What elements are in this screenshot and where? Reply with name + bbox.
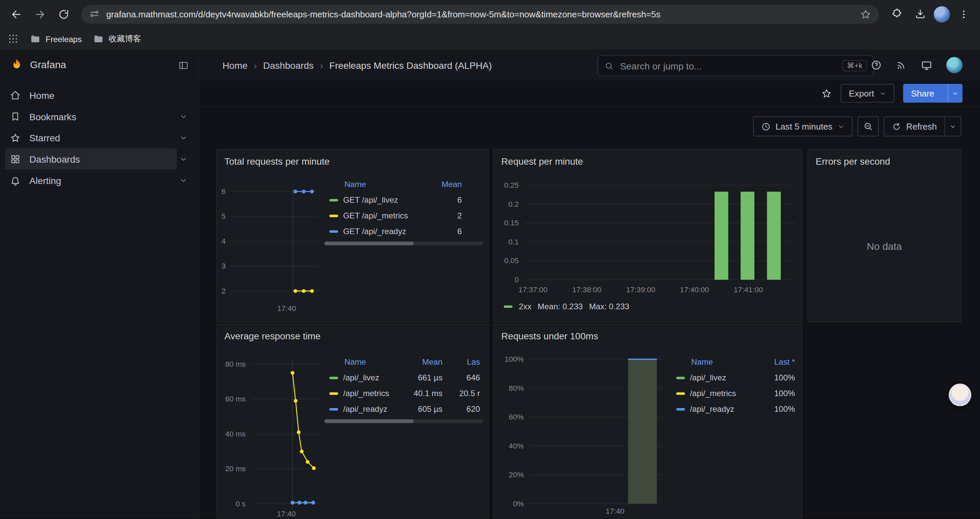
refresh-button[interactable]: Refresh xyxy=(884,117,944,136)
legend-scrollbar[interactable] xyxy=(324,419,483,423)
apps-grid-icon[interactable] xyxy=(7,33,19,45)
legend-scrollbar[interactable] xyxy=(324,241,483,245)
legend-column-header[interactable]: Name xyxy=(324,357,399,367)
svg-text:20%: 20% xyxy=(509,471,524,479)
svg-text:80 ms: 80 ms xyxy=(225,360,245,368)
bookmark-folder-freeleaps[interactable]: Freeleaps xyxy=(30,34,82,44)
search-icon xyxy=(605,61,614,70)
legend-column-header[interactable]: Name xyxy=(324,180,432,189)
svg-text:6: 6 xyxy=(221,187,226,196)
panel-title[interactable]: Requests under 100ms xyxy=(501,330,598,341)
share-menu-chevron[interactable] xyxy=(948,84,963,102)
sidebar-item-alerting[interactable]: Alerting xyxy=(5,170,194,191)
legend-row[interactable]: /api/_livez661 µs646 xyxy=(324,370,480,385)
puzzle-icon xyxy=(890,8,902,20)
series-color-dash xyxy=(329,392,338,394)
sidebar-item-dashboards[interactable]: Dashboards xyxy=(5,148,194,170)
legend-row[interactable]: /api/_readyz605 µs620 xyxy=(324,401,480,417)
favorite-star-button[interactable] xyxy=(821,88,832,99)
bookmark-star-icon[interactable] xyxy=(860,8,871,20)
svg-text:17:39:00: 17:39:00 xyxy=(626,286,655,294)
legend-row[interactable]: /api/_metrics100% xyxy=(671,385,795,401)
legend-row[interactable]: GET /api/_metrics2 xyxy=(324,208,461,224)
monitor-icon[interactable] xyxy=(921,59,932,71)
chevron-down-icon[interactable] xyxy=(180,176,188,184)
sidebar: Grafana Home Bookmarks Starred xyxy=(0,50,199,519)
scrollbar-thumb[interactable] xyxy=(324,241,414,245)
sidebar-item-starred[interactable]: Starred xyxy=(5,127,194,148)
panel-title[interactable]: Average response time xyxy=(224,330,321,341)
legend-column-header[interactable]: Las xyxy=(442,357,480,367)
extensions-button[interactable] xyxy=(886,4,906,24)
panel-title[interactable]: Errors per second xyxy=(816,156,890,167)
scrollbar-thumb[interactable] xyxy=(324,419,414,423)
bookmark-label: 收藏博客 xyxy=(109,33,141,45)
series-name[interactable]: /api/_livez xyxy=(343,373,379,382)
legend-column-header[interactable]: Mean xyxy=(399,357,442,367)
series-name[interactable]: GET /api/_livez xyxy=(343,195,398,205)
url-text[interactable]: grafana.mathmast.com/d/deytv4rwavabkb/fr… xyxy=(107,9,854,19)
chevron-down-icon[interactable] xyxy=(180,112,188,120)
series-color-dash xyxy=(329,230,338,232)
legend-series-name[interactable]: 2xx xyxy=(519,302,531,311)
help-icon[interactable] xyxy=(870,59,882,71)
legend-row[interactable]: /api/_metrics40.1 ms20.5 r xyxy=(324,385,480,401)
legend-inline[interactable]: 2xx Mean: 0.233 Max: 0.233 xyxy=(504,302,629,311)
back-button[interactable] xyxy=(6,4,26,24)
series-name[interactable]: /api/_livez xyxy=(690,373,726,382)
news-rss-icon[interactable] xyxy=(896,59,907,71)
user-avatar[interactable] xyxy=(946,57,963,73)
downloads-button[interactable] xyxy=(910,4,930,24)
search-box[interactable]: ⌘+k xyxy=(597,55,873,77)
svg-text:100%: 100% xyxy=(505,355,524,363)
legend-row[interactable]: GET /api/_readyz6 xyxy=(324,224,461,239)
star-outline-icon xyxy=(821,88,832,99)
sidebar-item-bookmarks[interactable]: Bookmarks xyxy=(5,106,194,127)
breadcrumb-dashboards[interactable]: Dashboards xyxy=(263,60,314,70)
breadcrumb-home[interactable]: Home xyxy=(223,60,248,70)
folder-icon xyxy=(93,34,104,44)
series-name[interactable]: /api/_readyz xyxy=(343,404,388,414)
zoom-out-icon xyxy=(863,121,873,132)
panel-title[interactable]: Request per minute xyxy=(501,156,583,167)
series-name[interactable]: /api/_readyz xyxy=(690,404,735,414)
assistant-avatar[interactable] xyxy=(949,384,971,406)
legend-column-header[interactable]: Mean xyxy=(432,180,462,189)
svg-text:17:40:00: 17:40:00 xyxy=(680,286,709,294)
legend-column-header[interactable]: Name xyxy=(671,357,756,367)
legend-header: NameLast * xyxy=(671,355,795,370)
sidebar-toggle-icon[interactable] xyxy=(178,60,189,70)
site-settings-tune-icon[interactable] xyxy=(89,8,100,20)
legend-row[interactable]: /api/_readyz100% xyxy=(671,401,795,417)
legend-row[interactable]: GET /api/_livez6 xyxy=(324,192,461,208)
series-value: 6 xyxy=(432,195,462,205)
chevron-down-icon[interactable] xyxy=(180,155,188,163)
bookmark-folder-blog[interactable]: 收藏博客 xyxy=(93,33,141,45)
dashboard-actions-row: Export Share xyxy=(199,81,980,107)
series-name[interactable]: GET /api/_metrics xyxy=(343,211,408,220)
series-name[interactable]: /api/_metrics xyxy=(690,389,736,398)
panel-title[interactable]: Total requests per minute xyxy=(224,156,330,167)
legend-column-header[interactable]: Last * xyxy=(756,357,795,367)
reload-button[interactable] xyxy=(54,4,74,24)
sidebar-item-home[interactable]: Home xyxy=(5,85,194,106)
svg-text:17:41:00: 17:41:00 xyxy=(734,286,763,294)
chevron-down-icon[interactable] xyxy=(180,134,188,142)
share-button[interactable]: Share xyxy=(903,84,963,102)
search-input[interactable] xyxy=(619,60,838,72)
browser-menu-button[interactable] xyxy=(954,4,974,24)
series-name[interactable]: GET /api/_readyz xyxy=(343,227,406,236)
zoom-out-button[interactable] xyxy=(858,117,879,137)
refresh-interval-chevron[interactable] xyxy=(944,117,961,136)
browser-profile-avatar[interactable] xyxy=(934,6,950,22)
kebab-menu-icon xyxy=(958,8,969,20)
time-range-picker[interactable]: Last 5 minutes xyxy=(753,117,853,137)
legend-row[interactable]: /api/_livez100% xyxy=(671,370,795,385)
export-button[interactable]: Export xyxy=(841,84,894,102)
series-name[interactable]: /api/_metrics xyxy=(343,389,389,398)
grafana-logo[interactable] xyxy=(10,58,24,72)
series-value: 661 µs xyxy=(399,373,442,382)
forward-button[interactable] xyxy=(30,4,50,24)
address-bar[interactable]: grafana.mathmast.com/d/deytv4rwavabkb/fr… xyxy=(81,5,879,23)
svg-text:20 ms: 20 ms xyxy=(225,465,245,473)
